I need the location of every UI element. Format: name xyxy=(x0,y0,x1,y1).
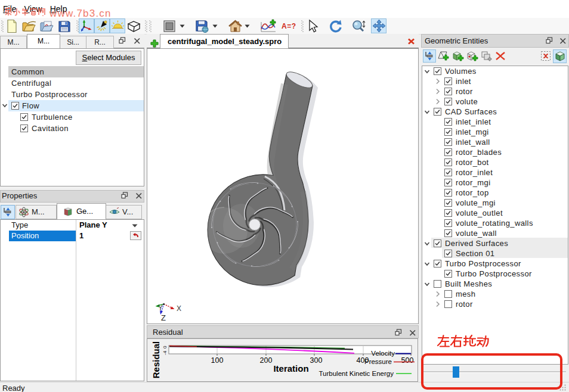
svg-text:200: 200 xyxy=(260,356,273,365)
svg-text:Turbulent Kinetic Energy: Turbulent Kinetic Energy xyxy=(318,370,394,377)
svg-text:0: 0 xyxy=(162,346,168,349)
svg-text:Iteration: Iteration xyxy=(273,363,308,374)
svg-text::: : xyxy=(42,8,44,18)
svg-text:Z: Z xyxy=(161,313,166,322)
svg-text:Velocity: Velocity xyxy=(371,350,395,357)
svg-text:Residual: Residual xyxy=(151,341,161,379)
svg-text:X: X xyxy=(177,304,181,313)
svg-text:300: 300 xyxy=(310,356,323,365)
svg-text:500: 500 xyxy=(401,356,414,365)
svg-text:Y: Y xyxy=(158,304,163,312)
svg-text:100: 100 xyxy=(211,356,224,365)
svg-text:Pressure: Pressure xyxy=(364,358,392,365)
svg-text:-4: -4 xyxy=(162,350,168,355)
